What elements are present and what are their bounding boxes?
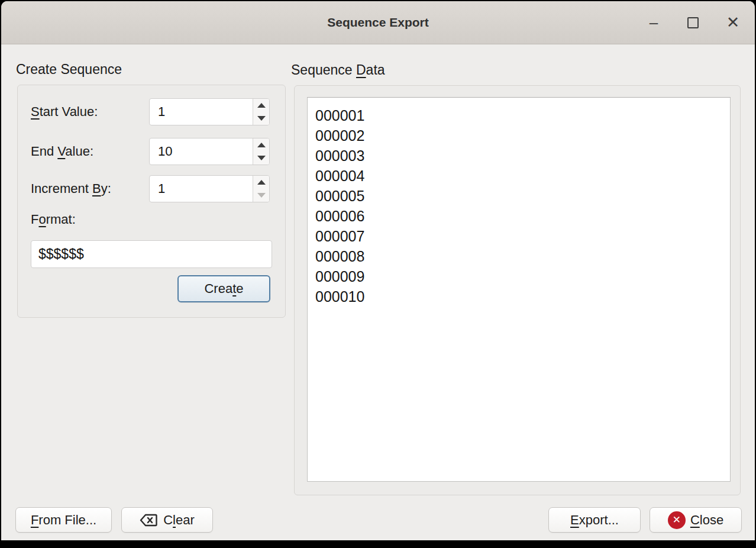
sequence-data-frame: 0000010000020000030000040000050000060000… — [294, 85, 741, 495]
spin-down-button[interactable] — [253, 151, 269, 165]
start-value-input[interactable]: 1 — [150, 99, 253, 125]
create-button[interactable]: Create — [177, 275, 270, 302]
start-value-spinbox[interactable]: 1 — [149, 98, 270, 125]
arrow-up-icon — [257, 143, 266, 147]
spin-up-button[interactable] — [253, 99, 269, 112]
sequence-line: 000009 — [315, 266, 730, 286]
spin-down-button — [253, 189, 269, 202]
end-value-label: End Value: — [31, 138, 93, 165]
format-input[interactable]: $$$$$$ — [31, 240, 272, 268]
create-button-label: Create — [204, 281, 243, 296]
export-button[interactable]: Export... — [548, 507, 641, 533]
window-title: Sequence Export — [1, 1, 755, 44]
maximize-icon — [687, 17, 699, 28]
start-value-label: Start Value: — [31, 98, 98, 125]
end-value-spin-buttons — [253, 138, 269, 165]
close-button-label: Close — [690, 512, 723, 528]
spin-up-button[interactable] — [253, 138, 269, 151]
sequence-data-heading: Sequence Data — [291, 62, 385, 78]
export-button-label: Export... — [570, 512, 619, 528]
maximize-button[interactable] — [685, 1, 700, 44]
sequence-line: 000006 — [315, 206, 730, 226]
sequence-line: 000007 — [315, 226, 730, 246]
minimize-button[interactable]: – — [646, 1, 661, 49]
sequence-line: 000003 — [315, 146, 730, 166]
sequence-line: 000005 — [315, 186, 730, 206]
backspace-icon — [140, 514, 157, 527]
create-sequence-groupbox: Start Value: 1 End Value: 10 Increment B… — [17, 85, 286, 318]
sequence-line: 000001 — [315, 105, 730, 125]
increment-by-spin-buttons — [253, 176, 269, 202]
screenshot-root: Sequence Export – ✕ Create Sequence Sequ… — [0, 0, 756, 548]
arrow-down-icon — [257, 156, 266, 160]
increment-by-input[interactable]: 1 — [150, 176, 253, 202]
format-label: Format: — [31, 208, 76, 231]
sequence-data-textarea[interactable]: 0000010000020000030000040000050000060000… — [307, 97, 731, 482]
titlebar[interactable]: Sequence Export – ✕ — [1, 1, 755, 44]
from-file-button-label: From File... — [31, 512, 96, 528]
create-sequence-heading: Create Sequence — [16, 62, 122, 78]
minimize-icon: – — [650, 14, 658, 32]
start-value-spin-buttons — [253, 99, 269, 125]
spin-down-button[interactable] — [253, 112, 269, 125]
increment-by-spinbox[interactable]: 1 — [149, 175, 270, 202]
clear-button[interactable]: Clear — [121, 507, 213, 533]
arrow-down-icon — [257, 193, 266, 198]
clear-button-label: Clear — [163, 512, 195, 528]
spin-up-button[interactable] — [253, 176, 269, 189]
sequence-line: 000010 — [315, 286, 730, 307]
arrow-up-icon — [257, 180, 266, 185]
sequence-export-dialog: Sequence Export – ✕ Create Sequence Sequ… — [1, 1, 755, 540]
end-value-spinbox[interactable]: 10 — [149, 138, 270, 165]
close-window-button[interactable]: ✕ — [725, 1, 741, 44]
from-file-button[interactable]: From File... — [15, 507, 112, 533]
sequence-line: 000004 — [315, 166, 730, 186]
end-value-input[interactable]: 10 — [150, 138, 253, 165]
arrow-up-icon — [257, 103, 266, 108]
increment-by-label: Increment By: — [31, 175, 111, 202]
arrow-down-icon — [257, 116, 266, 121]
sequence-line: 000002 — [315, 125, 730, 146]
close-window-icon: ✕ — [726, 13, 740, 32]
close-button-icon: ✕ — [668, 511, 686, 529]
sequence-line: 000008 — [315, 246, 730, 266]
close-button[interactable]: ✕ Close — [650, 507, 742, 533]
